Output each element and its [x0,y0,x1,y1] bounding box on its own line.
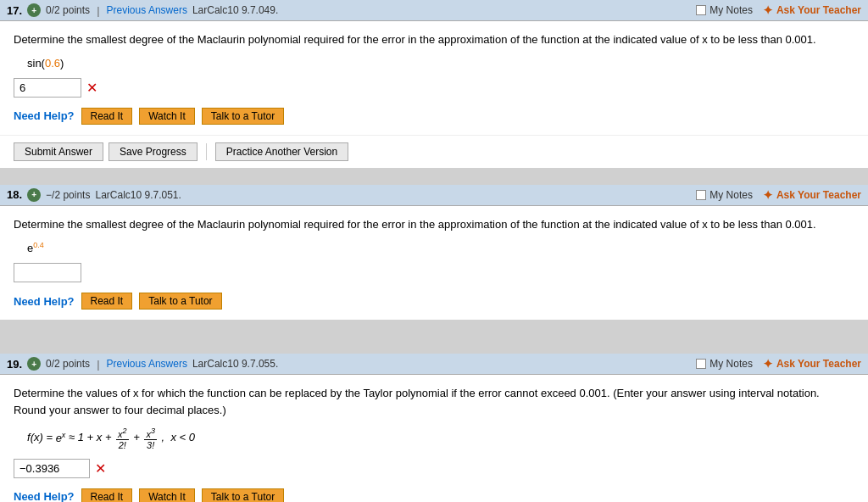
question-17: Determine the smallest degree of the Mac… [14,31,854,48]
math-expr-18: e0.4 [27,241,854,254]
my-notes-19[interactable]: My Notes [696,358,753,370]
problem-number-19: 19. [7,358,22,371]
problem-19-header: 19. + 0/2 points | Previous Answers LarC… [0,354,868,375]
need-help-label-18: Need Help? [14,295,75,308]
problem-id-19: LarCalc10 9.7.055. [192,358,278,370]
problem-id-18: LarCalc10 9.7.051. [95,189,181,201]
submit-row-17: Submit Answer Save Progress Practice Ano… [0,135,868,168]
prev-answers-link-17[interactable]: Previous Answers [107,4,187,16]
practice-btn-17[interactable]: Practice Another Version [215,142,348,161]
read-it-btn-17[interactable]: Read It [81,108,133,125]
ask-teacher-label-18: Ask Your Teacher [776,189,861,201]
answer-row-19: ✕ [14,459,854,478]
fraction-x3-19: x3 3! [144,427,157,450]
read-it-btn-18[interactable]: Read It [81,293,133,310]
my-notes-18[interactable]: My Notes [696,189,753,201]
my-notes-label-18: My Notes [709,189,753,201]
header-left-18: 18. + −/2 points LarCalc10 9.7.051. [7,188,181,202]
answer-input-17[interactable] [14,78,81,98]
talk-tutor-btn-18[interactable]: Talk to a Tutor [139,293,221,310]
math-expr-17: sin(0.6) [27,57,854,70]
header-right-19: My Notes ✦ Ask Your Teacher [696,357,861,371]
problem-id-17: LarCalc10 9.7.049. [192,4,278,16]
points-18: −/2 points [46,189,90,201]
need-help-18: Need Help? Read It Talk to a Tutor [14,293,854,310]
problem-19: 19. + 0/2 points | Previous Answers LarC… [0,354,868,502]
spacer-2 [0,326,868,337]
problem-number-18: 18. [7,188,22,201]
submit-btn-17[interactable]: Submit Answer [14,142,103,161]
watch-it-btn-19[interactable]: Watch It [139,488,195,502]
wrong-icon-19: ✕ [95,460,106,477]
problem-number-17: 17. [7,4,22,17]
prev-answers-link-19[interactable]: Previous Answers [107,358,187,370]
answer-input-19[interactable] [14,459,90,478]
problem-18-header: 18. + −/2 points LarCalc10 9.7.051. My N… [0,185,868,206]
fraction-x2-19: x2 2! [116,427,129,450]
need-help-label-17: Need Help? [14,109,75,122]
question-19: Determine the values of x for which the … [14,385,854,418]
header-left-19: 19. + 0/2 points | Previous Answers LarC… [7,357,278,371]
answer-row-17: ✕ [14,78,854,98]
separator-19: | [97,358,99,371]
notes-checkbox-18 [696,190,706,200]
points-17: 0/2 points [46,4,90,16]
header-right-18: My Notes ✦ Ask Your Teacher [696,188,861,202]
ask-teacher-icon-18: ✦ [763,188,773,202]
my-notes-label-17: My Notes [709,4,753,16]
ask-teacher-19[interactable]: ✦ Ask Your Teacher [763,357,861,371]
answer-row-18 [14,263,854,282]
math-orange-17: 0.6 [45,57,60,70]
problem-19-body: Determine the values of x for which the … [0,375,868,502]
points-icon-18: + [27,188,41,202]
math-formula-19: f(x) = ex ≈ 1 + x + x2 2! + x3 3! , x < … [27,427,854,449]
separator-17: | [97,4,99,17]
talk-tutor-btn-19[interactable]: Talk to a Tutor [202,488,284,502]
wrong-icon-17: ✕ [86,80,97,96]
problem-17-body: Determine the smallest degree of the Mac… [0,21,868,135]
notes-checkbox-19 [696,359,706,369]
header-right-17: My Notes ✦ Ask Your Teacher [696,3,861,17]
problem-17-header: 17. + 0/2 points | Previous Answers LarC… [0,0,868,21]
save-btn-17[interactable]: Save Progress [108,142,198,161]
talk-tutor-btn-17[interactable]: Talk to a Tutor [202,108,284,125]
ask-teacher-label-19: Ask Your Teacher [776,358,861,370]
problem-17: 17. + 0/2 points | Previous Answers LarC… [0,0,868,168]
notes-checkbox-17 [696,5,706,15]
my-notes-label-19: My Notes [709,358,753,370]
problem-18: 18. + −/2 points LarCalc10 9.7.051. My N… [0,185,868,321]
read-it-btn-19[interactable]: Read It [81,488,133,502]
header-left-17: 17. + 0/2 points | Previous Answers LarC… [7,3,278,17]
ask-teacher-icon-19: ✦ [763,357,773,371]
need-help-label-19: Need Help? [14,490,75,502]
math-sup-18: 0.4 [33,241,44,249]
question-18: Determine the smallest degree of the Mac… [14,216,854,233]
my-notes-17[interactable]: My Notes [696,4,753,16]
problem-18-body: Determine the smallest degree of the Mac… [0,206,868,321]
watch-it-btn-17[interactable]: Watch It [139,108,195,125]
ask-teacher-icon-17: ✦ [763,3,773,17]
points-icon-17: + [27,3,41,17]
points-icon-19: + [27,357,41,371]
need-help-19: Need Help? Read It Watch It Talk to a Tu… [14,488,854,502]
spacer-1 [0,175,868,185]
spacer-3 [0,337,868,354]
answer-input-18[interactable] [14,263,81,282]
need-help-17: Need Help? Read It Watch It Talk to a Tu… [14,108,854,125]
ask-teacher-label-17: Ask Your Teacher [776,4,861,16]
points-19: 0/2 points [46,358,90,370]
divider-17 [206,143,207,160]
ask-teacher-18[interactable]: ✦ Ask Your Teacher [763,188,861,202]
ask-teacher-17[interactable]: ✦ Ask Your Teacher [763,3,861,17]
